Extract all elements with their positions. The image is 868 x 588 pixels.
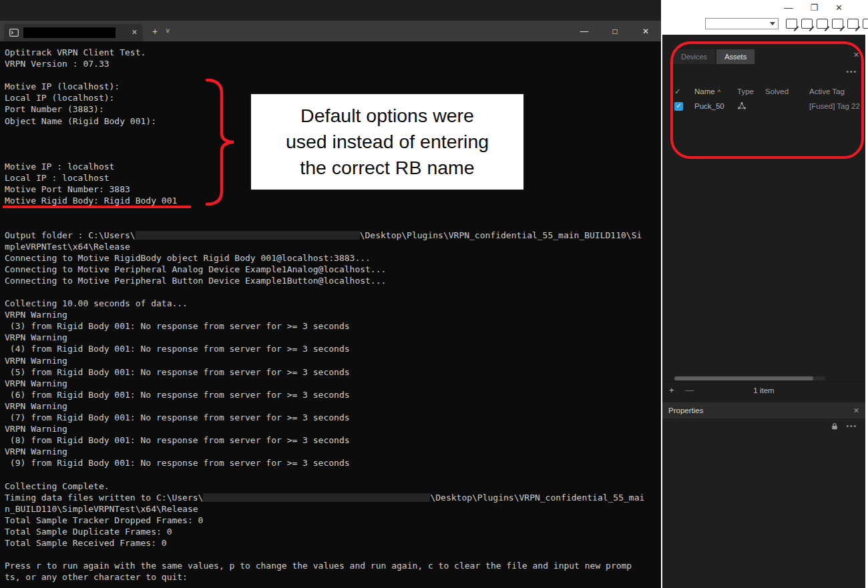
layout-dropdown[interactable]: [705, 18, 779, 29]
terminal-line: Connecting to Motive Peripheral Button D…: [5, 275, 656, 286]
close-tab-icon[interactable]: ✕: [132, 28, 138, 37]
terminal-line: (6) from Rigid Body 001: No response fro…: [5, 389, 656, 400]
motive-top-toolbar: [705, 18, 868, 29]
layout-preset-icon-6[interactable]: [863, 19, 868, 29]
terminal-line: Motive IP (localhost):: [5, 81, 656, 92]
terminal-line: VRPN Warning: [5, 378, 656, 389]
properties-pane: Properties ✕ •••: [662, 402, 865, 588]
terminal-line: (3) from Rigid Body 001: No response fro…: [5, 320, 656, 332]
terminal-line: [5, 218, 656, 229]
path-suffix: \Desktop\Plugins\VRPN_confidential_55_ma…: [360, 230, 642, 240]
terminal-line-timing: Timing data files written to C:\Users\\D…: [5, 492, 656, 503]
terminal-line: VRPN Warning: [5, 446, 656, 457]
item-count: 1 item: [662, 386, 865, 394]
redaction-box: [136, 231, 360, 240]
terminal-tab-bar: ✕ + ˅ — □ ✕: [0, 21, 661, 41]
terminal-line: [5, 549, 656, 560]
assets-footer: + — 1 item: [662, 382, 865, 398]
minimize-button[interactable]: —: [784, 3, 793, 13]
close-properties-icon[interactable]: ✕: [853, 406, 859, 415]
redaction-box-tab-title: [23, 27, 116, 38]
red-brace-annotation: [204, 77, 236, 207]
terminal-line: [5, 69, 656, 81]
terminal-line: VRPN Warning: [5, 309, 656, 320]
terminal-line: (4) from Rigid Body 001: No response fro…: [5, 343, 656, 354]
callout-line: the correct RB name: [300, 155, 474, 181]
terminal-line: VRPN Warning: [5, 355, 656, 366]
layout-preset-icon-4[interactable]: [832, 19, 843, 29]
properties-title: Properties: [668, 406, 703, 414]
terminal-line: mpleVRPNTest\x64\Release: [5, 241, 656, 252]
red-underline-annotation: [3, 206, 191, 208]
scrollbar-thumb[interactable]: [674, 376, 813, 380]
terminal-tab[interactable]: ✕: [4, 24, 143, 41]
annotation-callout: Default options were used instead of ent…: [250, 93, 525, 191]
terminal-line: Total Sample Received Frames: 0: [5, 537, 656, 549]
callout-line: used instead of entering: [286, 129, 489, 155]
terminal-line: (7) from Rigid Body 001: No response fro…: [5, 412, 656, 423]
terminal-line: Collecting 10.00 seconds of data...: [5, 298, 656, 309]
maximize-button[interactable]: □: [600, 21, 630, 41]
terminal-line: Total Sample Duplicate Frames: 0: [5, 526, 656, 537]
terminal-line: Motive Rigid Body: Rigid Body 001: [5, 195, 656, 206]
background-strip: [0, 0, 661, 21]
minimize-button[interactable]: —: [569, 21, 600, 41]
maximize-button[interactable]: ❐: [810, 3, 818, 13]
new-tab-button[interactable]: +: [152, 26, 158, 37]
layout-preset-icon-5[interactable]: [847, 19, 859, 29]
close-button[interactable]: ✕: [835, 3, 843, 13]
terminal-line: ts, or any other character to quit:: [5, 571, 656, 583]
layout-preset-icon-2[interactable]: [801, 19, 813, 29]
terminal-line: Collecting Complete.: [5, 481, 656, 492]
terminal-window-controls: — □ ✕: [569, 21, 661, 41]
layout-preset-icon-3[interactable]: [817, 19, 828, 29]
lock-icon[interactable]: [831, 422, 838, 430]
screenshot-root: — ❐ ✕ ✕ +: [0, 0, 868, 588]
terminal-icon: [9, 29, 19, 37]
terminal-line: Connecting to Motive RigidBody object Ri…: [5, 252, 656, 264]
red-oval-annotation: [670, 41, 864, 159]
terminal-line: Press r to run again with the same value…: [5, 560, 656, 571]
terminal-line-output-folder: Output folder : C:\Users\\Desktop\Plugin…: [5, 230, 656, 241]
terminal-line: VRPN Warning: [5, 332, 656, 343]
terminal-line: VRPN Version : 07.33: [5, 58, 656, 69]
terminal-line: VRPN Warning: [5, 423, 656, 434]
redaction-box: [203, 493, 430, 502]
layout-preset-icon-1[interactable]: [786, 19, 797, 29]
properties-header: Properties ✕: [662, 402, 865, 418]
terminal-line: Optitrack VRPN Client Test.: [5, 47, 656, 58]
path-prefix: Output folder : C:\Users\: [5, 230, 136, 240]
callout-line: Default options were: [300, 103, 474, 129]
close-button[interactable]: ✕: [630, 21, 661, 41]
terminal-line: [5, 469, 656, 480]
properties-toolbar: •••: [662, 418, 865, 433]
terminal-line: (8) from Rigid Body 001: No response fro…: [5, 434, 656, 446]
terminal-line: n_BUILD110\SimpleVRPNTest\x64\Release: [5, 503, 656, 515]
properties-menu-icon[interactable]: •••: [846, 422, 857, 430]
tab-dropdown-icon[interactable]: ˅: [166, 27, 170, 35]
terminal-line: Connecting to Motive Peripheral Analog D…: [5, 264, 656, 275]
terminal-line: (5) from Rigid Body 001: No response fro…: [5, 366, 656, 378]
os-window-controls: — ❐ ✕: [784, 3, 843, 13]
terminal-line: [5, 286, 656, 298]
path-suffix: \Desktop\Plugins\VRPN_confidential_55_ma…: [430, 493, 644, 503]
layout-preset-buttons: [786, 19, 868, 29]
terminal-line: VRPN Warning: [5, 400, 656, 412]
terminal-line: Total Sample Tracker Dropped Frames: 0: [5, 515, 656, 526]
terminal-line: (9) from Rigid Body 001: No response fro…: [5, 457, 656, 469]
horizontal-scrollbar[interactable]: [674, 376, 825, 380]
chevron-down-icon: [770, 22, 775, 25]
path-prefix: Timing data files written to C:\Users\: [5, 493, 203, 503]
